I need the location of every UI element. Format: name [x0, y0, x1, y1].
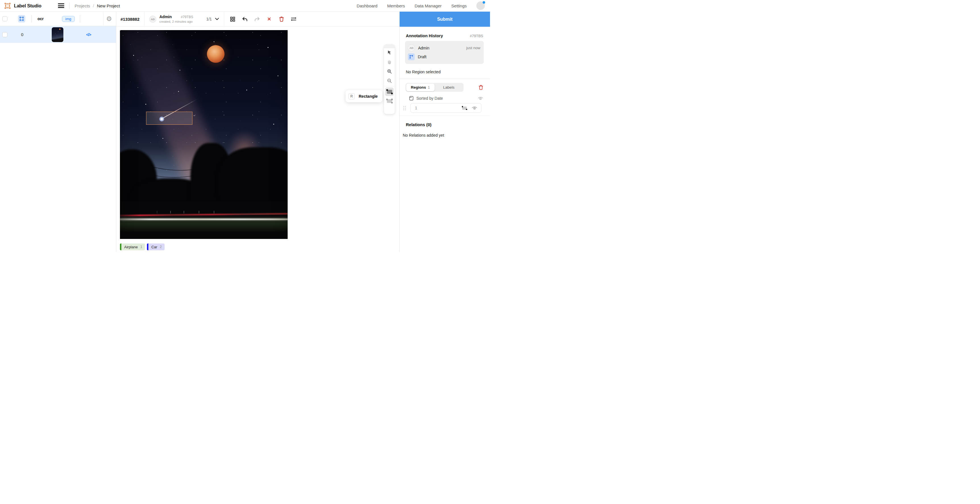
user-avatar[interactable]	[476, 2, 485, 10]
annotator-name: Admin	[159, 14, 172, 20]
redo-icon[interactable]	[254, 16, 260, 22]
column-tag-img[interactable]: img	[62, 16, 75, 22]
gear-icon[interactable]: ⚙	[106, 16, 112, 22]
delete-all-regions-trash-icon[interactable]	[479, 85, 483, 90]
label-studio-app: Label Studio Projects / New Project Dash…	[0, 0, 490, 252]
navbar-divider	[69, 3, 70, 9]
fence-post	[157, 211, 158, 213]
nav-link-dashboard[interactable]: Dashboard	[357, 3, 377, 8]
shortcut-key-badge: R	[348, 93, 355, 99]
tab-regions-label: Regions	[411, 85, 426, 89]
reset-annotation-icon[interactable]: ✕	[266, 16, 272, 22]
segmented-control: Regions 1 Labels	[406, 83, 464, 92]
annotator-info: Admin #79TBS created, 2 minutes ago	[159, 14, 193, 24]
tooltip-label: Rectangle	[359, 94, 378, 99]
notification-dot	[483, 1, 485, 4]
label-hotkey: 2	[160, 245, 162, 249]
sorted-by-date-label[interactable]: Sorted by Date	[417, 96, 443, 100]
history-draft-row: Draft	[408, 52, 480, 61]
blood-moon	[207, 45, 224, 63]
task-list-sidebar: ocr img ⚙ 0 </>	[0, 12, 116, 252]
breadcrumb-projects[interactable]: Projects	[75, 3, 90, 8]
hamburger-menu-icon[interactable]	[58, 3, 64, 8]
task-header: #1338882 AD Admin #79TBS created, 2 minu…	[116, 12, 399, 27]
task-list-header: ocr img ⚙	[0, 12, 116, 26]
chevron-down-icon[interactable]	[215, 18, 219, 20]
rectangle-tool-icon	[387, 90, 392, 94]
tab-regions-count: 1	[428, 85, 430, 89]
label-studio-logo-icon	[5, 3, 11, 9]
fence-post	[199, 211, 199, 213]
task-row-checkbox[interactable]	[2, 32, 7, 37]
grass-band	[120, 217, 288, 232]
annotation-history-title: Annotation History	[406, 33, 443, 38]
label-hotkeys-row: Airplane 1 Car 2	[120, 243, 165, 250]
bounding-box-column-icon[interactable]	[18, 15, 25, 22]
relations-empty-text: No Relations added yet	[399, 127, 490, 137]
image-annotation-canvas[interactable]	[120, 30, 288, 239]
label-color-bar	[147, 243, 148, 250]
sort-icon[interactable]	[409, 96, 414, 100]
app-name: Label Studio	[14, 3, 41, 8]
label-name: Airplane	[124, 245, 138, 249]
label-airplane[interactable]: Airplane 1	[120, 243, 145, 250]
submit-button[interactable]: Submit	[399, 12, 490, 27]
history-user-avatar: AD	[408, 45, 415, 51]
task-thumbnail[interactable]	[52, 27, 64, 42]
no-region-selected-text: No Region selected	[399, 64, 490, 74]
select-all-checkbox[interactable]	[2, 16, 7, 21]
sorted-by-date-row: Sorted by Date	[409, 96, 483, 100]
rectangle-tool-tooltip: R Rectangle	[345, 90, 382, 102]
column-header-ocr[interactable]: ocr	[38, 16, 44, 21]
undo-icon[interactable]	[242, 16, 248, 22]
draft-icon	[408, 53, 415, 60]
fence-post	[170, 211, 171, 213]
annotation-id: #79TBS	[181, 15, 193, 19]
annotation-region-rectangle[interactable]	[146, 112, 192, 125]
breadcrumb-current-project: New Project	[97, 3, 120, 8]
delete-annotation-trash-icon[interactable]	[278, 16, 285, 22]
history-user-name: Admin	[418, 46, 430, 50]
zoom-out-tool[interactable]	[384, 76, 395, 86]
region-drag-handle[interactable]	[403, 106, 406, 110]
annotation-created-text: created, 2 minutes ago	[159, 20, 193, 24]
rectangle-tool-selected[interactable]	[384, 87, 395, 96]
task-row-selected[interactable]: 0 </>	[0, 26, 116, 43]
region-number: 1	[415, 106, 417, 110]
label-car[interactable]: Car 2	[147, 243, 165, 250]
top-navbar: Label Studio Projects / New Project Dash…	[0, 0, 490, 12]
nav-link-settings[interactable]: Settings	[451, 3, 467, 8]
history-status: Draft	[418, 54, 426, 59]
grid-view-icon[interactable]	[229, 16, 235, 22]
select-cursor-tool[interactable]	[384, 48, 395, 57]
nav-link-data-manager[interactable]: Data Manager	[415, 3, 442, 8]
fence-post	[214, 211, 214, 213]
toggle-all-visibility-eye-icon[interactable]	[478, 97, 483, 100]
zoom-in-tool[interactable]	[384, 67, 395, 76]
annotation-side-panel: Submit Annotation History #79TBS AD Admi…	[399, 12, 490, 252]
tab-labels[interactable]: Labels	[434, 84, 463, 91]
task-row-index: 0	[21, 32, 23, 37]
label-color-bar	[120, 243, 121, 250]
tab-regions[interactable]: Regions 1	[406, 84, 434, 91]
regions-labels-tabs: Regions 1 Labels	[406, 83, 483, 92]
fence-post	[184, 211, 184, 213]
drawing-tools-panel	[384, 45, 395, 114]
three-point-rectangle-icon	[387, 99, 392, 103]
label-name: Car	[151, 245, 157, 249]
annotation-history-card[interactable]: AD Admin just now Draft	[405, 41, 484, 64]
breadcrumb-separator: /	[93, 3, 94, 8]
region-item[interactable]: 1	[410, 103, 482, 113]
tools-drag-handle[interactable]	[384, 45, 395, 48]
task-id: #1338882	[121, 17, 140, 22]
annotation-pager: 1/1	[206, 17, 212, 21]
transfer-regions-icon[interactable]	[291, 16, 297, 22]
three-point-rectangle-tool[interactable]	[384, 96, 395, 106]
region-rectangle-icon	[462, 107, 467, 110]
navbar-links: Dashboard Members Data Manager Settings	[357, 2, 490, 10]
region-visibility-eye-icon[interactable]	[472, 106, 477, 110]
breadcrumb: Projects / New Project	[75, 3, 120, 8]
nav-link-members[interactable]: Members	[387, 3, 405, 8]
pan-hand-tool[interactable]	[384, 57, 395, 67]
code-icon[interactable]: </>	[86, 32, 91, 37]
